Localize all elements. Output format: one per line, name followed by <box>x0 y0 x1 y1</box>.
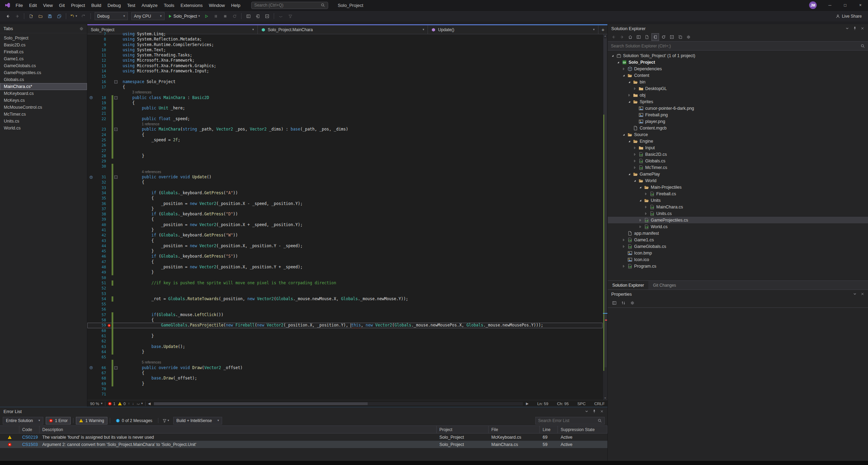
undo-button[interactable]: ▾ <box>69 12 79 20</box>
line-number[interactable]: 14 <box>95 69 107 74</box>
tree-item-engine[interactable]: Engine <box>608 138 868 144</box>
line-number[interactable]: 32 <box>95 180 107 185</box>
error-list-search-input[interactable] <box>538 418 596 423</box>
quick-search-box[interactable] <box>251 2 328 9</box>
spaces-indicator[interactable]: SPC <box>577 402 586 406</box>
menu-build[interactable]: Build <box>88 0 104 10</box>
tree-chevron-expanded[interactable] <box>626 172 632 176</box>
code-text[interactable] <box>119 74 603 79</box>
tree-item-main-projectiles[interactable]: Main-Projectiles <box>608 184 868 190</box>
line-number[interactable]: 8 <box>95 37 107 42</box>
tabs-settings-gear-icon[interactable] <box>79 27 84 31</box>
code-text[interactable]: public float _speed; <box>119 116 603 122</box>
line-number[interactable]: 29 <box>95 159 107 164</box>
tree-chevron-collapsed[interactable] <box>632 153 638 156</box>
toggle-outlining-button[interactable] <box>263 12 271 20</box>
line-number[interactable]: 53 <box>95 291 107 296</box>
line-number[interactable]: 57 <box>95 312 107 318</box>
codelens-text[interactable]: 1 reference <box>119 122 603 127</box>
line-number[interactable]: 36 <box>95 201 107 206</box>
code-text[interactable] <box>119 386 603 392</box>
tab-item-solo-project[interactable]: Solo_Project <box>0 35 87 42</box>
scroll-right-button[interactable]: ▶ <box>526 402 529 405</box>
minimize-button[interactable]: ─ <box>822 0 838 10</box>
sync-with-active-document-button[interactable] <box>651 33 659 41</box>
menu-view[interactable]: View <box>40 0 56 10</box>
tree-chevron-expanded[interactable] <box>626 140 632 143</box>
code-text[interactable]: { <box>119 318 603 323</box>
line-number[interactable]: 71 <box>95 392 107 397</box>
new-file-button[interactable] <box>27 12 35 20</box>
line-number[interactable]: 23 <box>95 127 107 132</box>
solution-explorer-search-box[interactable] <box>608 42 868 51</box>
tree-chevron-collapsed[interactable] <box>626 93 632 97</box>
line-number[interactable]: 66 <box>95 365 107 370</box>
collapse-region-toggle[interactable]: - <box>114 80 117 83</box>
line-number[interactable]: 56 <box>95 307 107 312</box>
line-number[interactable]: 7 <box>95 32 107 37</box>
line-number[interactable]: 58 <box>95 318 107 323</box>
tree-item-obj[interactable]: obj <box>608 92 868 98</box>
line-number[interactable]: 46 <box>95 254 107 259</box>
column-header-project[interactable]: Project <box>437 426 489 433</box>
code-text[interactable]: using System.Reflection.Metadata; <box>119 37 603 42</box>
sync-document-button[interactable] <box>253 12 262 20</box>
break-all-button[interactable] <box>211 12 220 20</box>
code-text[interactable]: using System.Text; <box>119 47 603 53</box>
column-header-line[interactable]: Line <box>540 426 558 433</box>
codelens-text[interactable]: 5 references <box>119 360 603 365</box>
code-text[interactable]: } <box>119 249 603 254</box>
tree-item-dependencies[interactable]: Dependencies <box>608 65 868 72</box>
tree-chevron-collapsed[interactable] <box>638 218 643 222</box>
line-number[interactable]: 61 <box>95 333 107 339</box>
live-share-button[interactable]: Live Share <box>833 12 865 20</box>
save-file-button[interactable] <box>45 12 54 20</box>
tree-chevron-expanded[interactable] <box>638 199 643 202</box>
warnings-filter-toggle[interactable]: 1 Warning <box>76 417 107 424</box>
tree-item-globals-cs[interactable]: Globals.cs <box>608 158 868 164</box>
line-number[interactable]: 42 <box>95 233 107 238</box>
editor-horizontal-scrollbar[interactable] <box>154 402 523 405</box>
window-position-chevron-icon[interactable] <box>845 26 849 30</box>
close-window-button[interactable]: × <box>853 0 868 10</box>
tree-item-program-cs[interactable]: Program.cs <box>608 263 868 269</box>
errors-filter-toggle[interactable]: 1 Error <box>46 417 71 424</box>
menu-project[interactable]: Project <box>68 0 88 10</box>
error-list-search-box[interactable] <box>535 417 605 424</box>
column-header-severity[interactable] <box>0 426 19 433</box>
tree-item-solo-project[interactable]: Solo_Project <box>608 59 868 65</box>
code-text[interactable]: { <box>119 217 603 222</box>
line-number[interactable]: 54 <box>95 296 107 302</box>
solution-configurations-dropdown[interactable]: Debug▾ <box>95 12 128 20</box>
file-warnings-indicator[interactable]: 0 <box>118 402 125 406</box>
line-number[interactable]: 31 <box>95 175 107 180</box>
tree-item-cursor-pointer-6-dark-png[interactable]: cursor-pointer-6-dark.png <box>608 105 868 111</box>
tab-item-game1-cs[interactable]: Game1.cs <box>0 55 87 62</box>
line-number[interactable]: 68 <box>95 376 107 381</box>
tree-chevron-collapsed[interactable] <box>632 159 638 163</box>
save-all-button[interactable] <box>55 12 63 20</box>
tab-item-mainchara-cs[interactable]: MainChara.cs* <box>0 83 87 90</box>
line-number[interactable]: 15 <box>95 74 107 79</box>
scroll-left-button[interactable]: ◀ <box>148 402 151 405</box>
tree-chevron-collapsed[interactable] <box>643 205 649 209</box>
tree-item-app-manifest[interactable]: app.manifest <box>608 230 868 236</box>
code-text[interactable] <box>119 185 603 190</box>
code-text[interactable] <box>119 302 603 307</box>
tab-item-globals-cs[interactable]: Globals.cs <box>0 76 87 83</box>
editor-window-layout-button[interactable] <box>244 12 253 20</box>
code-text[interactable] <box>119 328 603 333</box>
error-row-cs0219[interactable]: CS0219The variable 'found' is assigned b… <box>0 433 607 441</box>
tab-item-fireball-cs[interactable]: Fireball.cs <box>0 48 87 55</box>
line-number[interactable]: 70 <box>95 386 107 392</box>
line-number[interactable]: 67 <box>95 370 107 376</box>
tree-chevron-collapsed[interactable] <box>638 225 643 229</box>
line-number[interactable]: 27 <box>95 148 107 153</box>
code-text[interactable] <box>119 111 603 116</box>
code-text[interactable]: } <box>119 153 603 159</box>
tree-item-player-png[interactable]: player.png <box>608 118 868 125</box>
code-text[interactable]: using Microsoft.Xna.Framework.Graphics; <box>119 63 603 69</box>
issue-filter-button[interactable]: ▾ <box>137 402 143 406</box>
show-all-files-button[interactable] <box>676 33 684 41</box>
code-text[interactable]: { <box>119 132 603 137</box>
